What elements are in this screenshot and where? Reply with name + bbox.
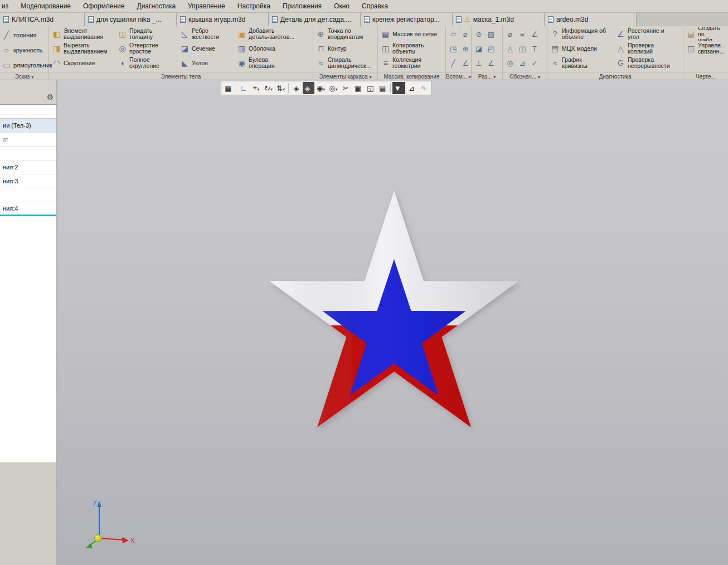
angle-icon[interactable]: ∠	[486, 56, 497, 70]
leader-icon[interactable]: ≡	[517, 27, 528, 41]
tree-search-input[interactable]	[0, 105, 56, 119]
extrude-button[interactable]: ◧Элемент выдавливания	[51, 27, 115, 41]
tree-item-operation-4[interactable]: ния:4	[0, 202, 56, 216]
star-model[interactable]	[270, 191, 519, 427]
viewport-3d[interactable]: ▦ ∟ ⌖ ↻ ⇅ ◈ ◈ ◉ ◎ ✂ ▣ ◱ ▤ ▼ ⊿ ✎	[57, 80, 728, 565]
full-fillet-button[interactable]: ◖Полное скругление	[117, 56, 178, 70]
distance-angle-button[interactable]: ∠Расстояние и угол	[615, 27, 681, 41]
mass-properties-button[interactable]: ▤МЦХ модели	[549, 41, 614, 56]
text-icon[interactable]: Т	[529, 41, 540, 56]
point-by-coords-button[interactable]: ⊕Точка по координатам	[315, 27, 375, 41]
collision-check-button[interactable]: △Проверка коллизий	[615, 41, 681, 56]
info-icon: ?	[550, 31, 560, 37]
draft-button[interactable]: ◣Уклон	[179, 56, 235, 70]
grid-array-button[interactable]: ▦Массив по сетке	[380, 27, 443, 41]
boolean-button[interactable]: ◉Булева операция	[236, 56, 310, 70]
object-info-button[interactable]: ?Информация об объекте	[549, 27, 614, 41]
tab-document-2[interactable]: для сушилки nika _...	[85, 13, 177, 26]
full-fillet-icon: ◖	[118, 60, 127, 66]
group-label-array: Массив, копирование	[378, 72, 445, 80]
thickness-icon: ◫	[118, 31, 127, 37]
menu-item-modeling[interactable]: Моделирование	[14, 1, 77, 11]
document-icon	[272, 16, 278, 23]
simple-hole-button[interactable]: ◎Отверстие простое	[117, 41, 178, 56]
menu-item-management[interactable]: Управление	[182, 1, 231, 11]
angle-dim-icon[interactable]: ⊿	[517, 56, 528, 70]
origin-point	[95, 535, 102, 542]
star-shading-overlay	[270, 191, 519, 427]
tree-item-empty[interactable]	[0, 188, 56, 202]
contour-button[interactable]: ⊓Контур	[315, 41, 375, 56]
copy-icon: ◫	[381, 46, 390, 52]
rectangle-button[interactable]: ▭ рямоугольник	[2, 58, 47, 72]
tab-document-4[interactable]: Деталь для дет.сада....	[269, 13, 361, 26]
gear-icon[interactable]: ⚙	[46, 92, 54, 101]
datum-icon[interactable]: △	[504, 41, 516, 56]
tab-document-1[interactable]: КЛИПСА.m3d	[0, 13, 85, 26]
geometry-collection-button[interactable]: ≡Коллекция геометрии	[380, 56, 443, 70]
tree-item-operation-3[interactable]: ния:3	[0, 174, 56, 188]
menu-item-applications[interactable]: Приложения	[276, 1, 328, 11]
tab-document-6[interactable]: ⚠ маска_1.m3d	[453, 13, 545, 26]
group-label-sketch[interactable]: Эскиз	[0, 72, 48, 80]
tree-panel-header: ⚙	[0, 80, 56, 105]
group-label-notations[interactable]: Обознач...	[503, 72, 547, 80]
angle-notation-icon[interactable]: ∠	[529, 27, 540, 41]
ribbon-group-sketch: ╱ толиния ○ кружность ▭ рямоугольник Эск…	[0, 26, 49, 80]
cut-extrude-button[interactable]: ◨Вырезать выдавливанием	[51, 41, 115, 56]
tree-item-empty[interactable]	[0, 147, 56, 160]
mass-properties-icon: ▤	[550, 46, 560, 52]
tree-item-operation-2[interactable]: ния:2	[0, 160, 56, 174]
menu-item-sketch-partial[interactable]: из	[0, 1, 14, 11]
hatch-icon[interactable]: ▨	[486, 27, 497, 41]
manage-linked-button[interactable]: ◫Управле... связанн...	[685, 41, 726, 56]
aux-point-icon[interactable]: ⊕	[460, 41, 471, 56]
zone-box-icon[interactable]: ◰	[486, 41, 497, 56]
template-icon: ▤	[686, 31, 696, 37]
tree-item-result[interactable]: ат	[0, 133, 56, 147]
aux-angle-icon[interactable]: ∠	[460, 56, 471, 70]
aux-plane-icon[interactable]: ▱	[448, 27, 459, 41]
rectangle-icon: ▭	[2, 61, 11, 70]
frame-icon[interactable]: ◫	[517, 41, 528, 56]
menu-item-design[interactable]: Оформление	[77, 1, 130, 11]
section-plane-icon[interactable]: ◪	[473, 41, 484, 56]
tree-item-body[interactable]: ии (Тел-3)	[0, 119, 56, 133]
tab-document-3[interactable]: крышка ягуар.m3d	[177, 13, 269, 26]
roundness-icon[interactable]: ◎	[504, 56, 516, 70]
shell-button[interactable]: ▥Оболочка	[236, 41, 310, 56]
menu-item-help[interactable]: Справка	[356, 1, 394, 11]
group-label-auxiliary[interactable]: Вспом...	[446, 72, 471, 80]
group-label-wireframe[interactable]: Элементы каркаса	[313, 72, 377, 80]
spiral-button[interactable]: ≈Спираль цилиндрическ...	[315, 56, 375, 70]
section-button[interactable]: ◪Сечение	[179, 41, 235, 56]
fillet-button[interactable]: ◠Скругление	[51, 56, 115, 70]
rib-button[interactable]: ◺Ребро жесткости	[179, 27, 235, 41]
aux-axis-icon[interactable]: ╱	[448, 56, 459, 70]
check-mark-icon[interactable]: ✓	[529, 56, 540, 70]
tab-label: для сушилки nika _...	[96, 16, 161, 23]
aux-diameter-icon[interactable]: ⌀	[460, 27, 471, 41]
tab-document-5[interactable]: крепеж регистратор...	[361, 13, 453, 26]
aux-local-cs-icon[interactable]: ◳	[448, 41, 459, 56]
menu-item-window[interactable]: Окно	[328, 1, 356, 11]
menu-item-diagnostics[interactable]: Диагностика	[131, 1, 182, 11]
curvature-graph-button[interactable]: ≈График кривизны	[549, 56, 614, 70]
tab-document-7[interactable]: ardeo.m3d	[545, 13, 637, 26]
x-axis-arrow-icon	[122, 537, 129, 543]
perpendicular-icon[interactable]: ⊥	[473, 56, 484, 70]
diameter-dim-icon[interactable]: ⌀	[504, 27, 516, 41]
section-cut-icon[interactable]: ⊘	[473, 27, 484, 41]
continuity-check-button[interactable]: GПроверка непрерывности	[615, 56, 681, 70]
circle-button[interactable]: ○ кружность	[2, 43, 47, 57]
circle-icon: ○	[2, 46, 11, 55]
copy-objects-button[interactable]: ◫Копировать объекты	[380, 41, 443, 56]
document-tab-bar: КЛИПСА.m3d для сушилки nika _... крышка …	[0, 12, 728, 26]
group-label-sections[interactable]: Раз...	[472, 72, 502, 80]
autoline-button[interactable]: ╱ толиния	[2, 28, 47, 42]
linked-icon: ◫	[686, 46, 696, 52]
create-by-template-button[interactable]: ▤Создать по шабл...	[685, 27, 726, 41]
thickness-button[interactable]: ◫Придать толщину	[117, 27, 178, 41]
add-part-stock-button[interactable]: ▣Добавить деталь-заготов...	[236, 27, 310, 41]
menu-item-settings[interactable]: Настройка	[231, 1, 276, 11]
